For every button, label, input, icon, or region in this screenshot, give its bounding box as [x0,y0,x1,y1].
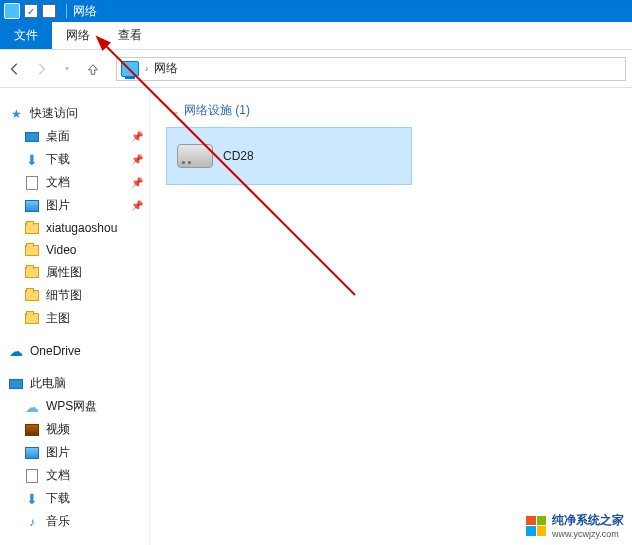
sidebar-item-label: 文档 [46,174,70,191]
qat-checkbox-icon[interactable]: ✓ [24,4,38,18]
ribbon-tabs: 文件 网络 查看 [0,22,632,50]
router-icon [177,144,213,168]
sidebar-item-label: Video [46,243,76,257]
window-titlebar: ✓ 网络 [0,0,632,22]
sidebar-item-label: WPS网盘 [46,398,97,415]
folder-icon [25,290,39,301]
watermark-logo [526,516,546,536]
section-header[interactable]: ⌄ 网络设施 (1) [166,98,616,127]
back-button[interactable] [6,60,24,78]
sidebar-item-label: 细节图 [46,287,82,304]
this-pc-label: 此电脑 [30,375,66,392]
quick-access-label: 快速访问 [30,105,78,122]
separator [66,4,67,18]
up-button[interactable] [84,60,102,78]
tab-file[interactable]: 文件 [0,22,52,49]
arrow-up-icon [86,62,100,76]
address-location: 网络 [154,60,178,77]
desktop-icon [25,132,39,142]
onedrive-header[interactable]: ☁ OneDrive [0,340,149,362]
watermark: 纯净系统之家 www.ycwjzy.com [526,512,624,539]
sidebar-item-folder[interactable]: Video [0,239,149,261]
sidebar-item-documents[interactable]: 文档 📌 [0,171,149,194]
pictures-icon [25,200,39,212]
sidebar-item-folder[interactable]: 细节图 [0,284,149,307]
sidebar-item-label: 下载 [46,490,70,507]
cloud-icon: ☁ [24,399,40,415]
main-area: ★ 快速访问 桌面 📌 ⬇ 下载 📌 文档 📌 图片 📌 [0,88,632,545]
sidebar-item-videos[interactable]: 视频 [0,418,149,441]
sidebar-item-label: 桌面 [46,128,70,145]
forward-button[interactable] [32,60,50,78]
watermark-text: 纯净系统之家 www.ycwjzy.com [552,512,624,539]
quick-access-header[interactable]: ★ 快速访问 [0,102,149,125]
chevron-down-icon: ⌄ [172,106,180,116]
sidebar-item-downloads2[interactable]: ⬇ 下载 [0,487,149,510]
sidebar-item-music[interactable]: ♪ 音乐 [0,510,149,533]
pin-icon: 📌 [131,154,143,165]
sidebar-item-wps[interactable]: ☁ WPS网盘 [0,395,149,418]
navigation-bar: ▾ › 网络 [0,50,632,88]
pc-icon [9,379,23,389]
sidebar-item-label: 属性图 [46,264,82,281]
sidebar-item-label: 文档 [46,467,70,484]
pin-icon: 📌 [131,131,143,142]
qat-doc-icon[interactable] [42,4,56,18]
sidebar-item-pictures2[interactable]: 图片 [0,441,149,464]
folder-icon [25,267,39,278]
sidebar-item-folder[interactable]: 主图 [0,307,149,330]
pin-icon: 📌 [131,200,143,211]
sidebar-item-documents2[interactable]: 文档 [0,464,149,487]
network-icon [121,61,139,77]
content-pane: ⌄ 网络设施 (1) CD28 [150,88,632,545]
folder-icon [25,313,39,324]
document-icon [26,176,38,190]
this-pc-group: 此电脑 ☁ WPS网盘 视频 图片 文档 ⬇ 下载 [0,372,149,533]
star-icon: ★ [8,106,24,122]
tab-network[interactable]: 网络 [52,22,104,49]
arrow-right-icon [34,62,48,76]
onedrive-group: ☁ OneDrive [0,340,149,362]
download-icon: ⬇ [24,491,40,507]
recent-dropdown[interactable]: ▾ [58,60,76,78]
sidebar-item-label: 图片 [46,197,70,214]
this-pc-header[interactable]: 此电脑 [0,372,149,395]
quick-access-group: ★ 快速访问 桌面 📌 ⬇ 下载 📌 文档 📌 图片 📌 [0,102,149,330]
onedrive-label: OneDrive [30,344,81,358]
address-bar[interactable]: › 网络 [116,57,626,81]
chevron-right-icon: › [145,63,148,74]
app-icon [4,3,20,19]
pictures-icon [25,447,39,459]
tab-view[interactable]: 查看 [104,22,156,49]
section-label: 网络设施 (1) [184,102,250,119]
sidebar-item-label: 音乐 [46,513,70,530]
sidebar-item-folder[interactable]: xiatugaoshou [0,217,149,239]
sidebar-item-label: 图片 [46,444,70,461]
arrow-left-icon [8,62,22,76]
folder-icon [25,223,39,234]
sidebar-item-label: 主图 [46,310,70,327]
window-title: 网络 [73,3,97,20]
sidebar-item-pictures[interactable]: 图片 📌 [0,194,149,217]
sidebar-item-label: 下载 [46,151,70,168]
network-device-item[interactable]: CD28 [166,127,412,185]
download-icon: ⬇ [24,152,40,168]
sidebar-item-desktop[interactable]: 桌面 📌 [0,125,149,148]
music-icon: ♪ [24,514,40,530]
pin-icon: 📌 [131,177,143,188]
navigation-pane: ★ 快速访问 桌面 📌 ⬇ 下载 📌 文档 📌 图片 📌 [0,88,150,545]
sidebar-item-downloads[interactable]: ⬇ 下载 📌 [0,148,149,171]
sidebar-item-label: 视频 [46,421,70,438]
document-icon [26,469,38,483]
folder-icon [25,245,39,256]
video-icon [25,424,39,436]
sidebar-item-folder[interactable]: 属性图 [0,261,149,284]
sidebar-item-label: xiatugaoshou [46,221,117,235]
device-name: CD28 [223,149,254,163]
onedrive-icon: ☁ [8,343,24,359]
